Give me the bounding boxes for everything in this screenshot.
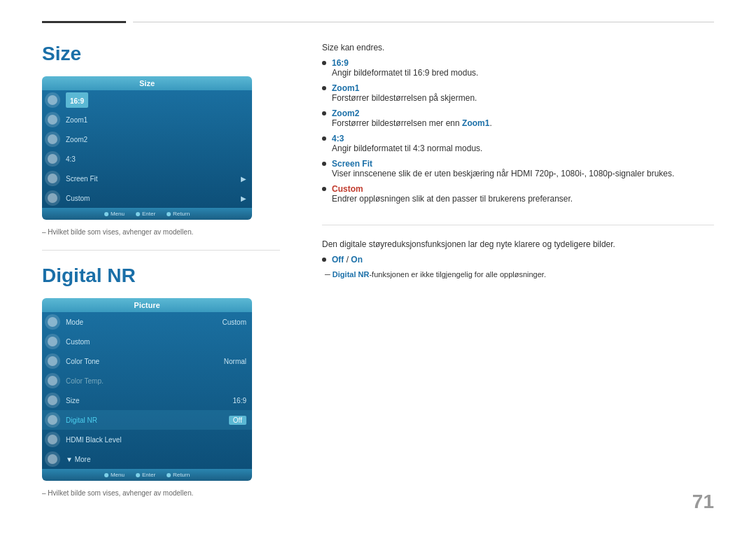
bullet-term-off: Off [332,255,344,265]
size-title: Size [42,43,280,65]
top-rule-thin [133,22,714,22]
section-divider-1 [42,250,280,251]
dnr-label-size: Size [66,397,230,405]
tv-btn-dot-return [167,212,171,216]
top-rules [42,21,714,23]
tv-btn-return: Return [167,211,190,217]
tv-icon-5 [45,171,60,186]
digital-nr-note-term: Digital NR [332,270,370,279]
dnr-label-custom: Custom [66,338,246,346]
size-intro: Size kan endres. [322,43,714,52]
tv-btn-dot-enter [136,212,140,216]
digital-nr-tv-body: Mode Custom Custom Color Tone Normal [42,312,252,469]
tv-btn-enter: Enter [136,211,155,217]
bullet-off-on: Off / On [322,255,714,265]
size-tv-titlebar: Size [42,76,252,90]
bullet-desc-169: Angir bildeformatet til 16:9 bred modus. [332,68,478,78]
tv-arrow-custom: ▶ [241,195,246,202]
bullet-desc-custom: Endrer oppløsningen slik at den passer t… [332,194,573,204]
dnr-value-mode: Custom [223,318,246,326]
tv-btn-menu: Menu [104,211,125,217]
bullet-desc-screenfit: Viser innscenene slik de er uten beskjær… [332,169,674,178]
tv-icon-3 [45,132,60,147]
bullet-content-zoom2: Zoom2 Forstørrer bildestørrelsen mer enn… [332,108,492,128]
dnr-icon-6 [45,412,60,428]
tv-item-43: 4:3 [66,155,246,163]
bullet-desc-zoom2: Forstørrer bildestørrelsen mer enn Zoom1… [332,118,492,128]
dnr-row-size: Size 16:9 [42,391,252,410]
bullet-content-custom: Custom Endrer oppløsningen slik at den p… [332,184,573,204]
bullet-zoom2: Zoom2 Forstørrer bildestørrelsen mer enn… [322,108,714,128]
bullet-content-off-on: Off / On [332,255,363,265]
dnr-label-hdmi: HDMI Black Level [66,436,246,444]
digital-nr-left: Digital NR Picture Mode Custom Custom [42,265,280,497]
tv-icon-4 [45,151,60,167]
dnr-label-mode: Mode [66,318,220,326]
right-column: Size kan endres. 16:9 Angir bildeformate… [308,43,714,513]
digital-nr-bullet-list: Off / On [322,255,714,265]
dnr-icon-8 [45,451,60,467]
digital-nr-tv-titlebar: Picture [42,298,252,312]
left-column: Size Size 16:9 [42,43,308,513]
bullet-term-43: 4:3 [332,134,344,143]
dnr-label-colortone: Color Tone [66,358,221,365]
bullet-desc-zoom1: Forstørrer bildestørrelsen på skjermen. [332,93,477,103]
bullet-dot-169 [322,61,326,65]
dnr-icon-5 [45,393,60,408]
dnr-label-colortemp: Color Temp. [66,377,246,385]
tv-btn-dot-menu [104,212,108,216]
digital-nr-note: – Hvilket bilde som vises, avhenger av m… [42,489,280,497]
dnr-btn-dot-enter [136,473,140,477]
bullet-dot-43 [322,136,326,141]
tv-row-custom: Custom ▶ [42,188,252,208]
section-divider-right [322,225,714,225]
digital-nr-intro: Den digitale støyreduksjonsfunksjonen la… [322,239,714,249]
size-tv-bottom: Menu Enter Return [42,208,252,220]
bullet-43: 4:3 Angir bildeformatet til 4:3 normal m… [322,134,714,153]
page-number: 71 [692,491,714,513]
tv-item-zoom1: Zoom1 [66,116,246,124]
size-left: Size Size 16:9 [42,43,280,236]
dnr-btn-menu: Menu [104,472,125,478]
tv-row-169: 16:9 [42,90,252,110]
bullet-term-zoom1: Zoom1 [332,83,359,93]
tv-icon-2 [45,112,60,127]
size-right: Size kan endres. 16:9 Angir bildeformate… [322,43,714,204]
dnr-label-digitalnr: Digital NR [66,416,229,424]
bullet-dot-zoom2 [322,111,326,115]
dnr-btn-menu-label: Menu [111,472,125,478]
dnr-btn-dot-menu [104,473,108,477]
bullet-term-screenfit: Screen Fit [332,159,372,169]
tv-row-zoom1: Zoom1 [42,110,252,129]
tv-row-43: 4:3 [42,149,252,169]
bullet-inline-zoom1: Zoom1 [462,118,489,128]
dnr-row-custom: Custom [42,332,252,351]
dnr-btn-dot-return [167,473,171,477]
dnr-icon-4 [45,373,60,388]
bullet-term-custom: Custom [332,184,363,194]
dnr-row-hdmi: HDMI Black Level [42,430,252,449]
tv-row-zoom2: Zoom2 [42,129,252,149]
digital-nr-tv-bottom: Menu Enter Return [42,469,252,481]
bullet-zoom1: Zoom1 Forstørrer bildestørrelsen på skje… [322,83,714,103]
bullet-term-zoom2: Zoom2 [332,108,359,118]
bullet-desc-43: Angir bildeformatet til 4:3 normal modus… [332,143,482,153]
tv-btn-return-label: Return [173,211,190,217]
bullet-custom: Custom Endrer oppløsningen slik at den p… [322,184,714,204]
dnr-row-colortemp: Color Temp. [42,371,252,391]
dnr-row-more: ▼ More [42,449,252,469]
tv-row-screenfit: Screen Fit ▶ [42,169,252,188]
dnr-label-more: ▼ More [66,456,246,463]
dnr-value-colortone: Normal [224,358,246,365]
dnr-value-size: 16:9 [233,397,246,405]
tv-icon-6 [45,190,60,206]
size-tv-body: 16:9 Zoom1 Zoom2 [42,90,252,208]
size-bullet-list: 16:9 Angir bildeformatet til 16:9 bred m… [322,58,714,204]
bullet-term-on: On [351,255,363,265]
page-container: Size Size 16:9 [0,0,756,534]
dnr-icon-3 [45,353,60,369]
digital-nr-title: Digital NR [42,265,280,287]
bullet-dot-screenfit [322,162,326,166]
bullet-dot-zoom1 [322,86,326,90]
bullet-169: 16:9 Angir bildeformatet til 16:9 bred m… [322,58,714,78]
